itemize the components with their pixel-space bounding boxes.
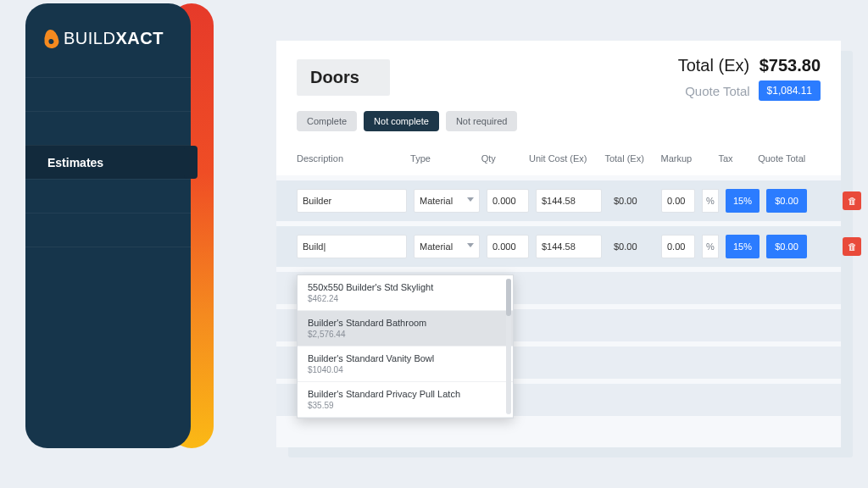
qty-input[interactable]: 0.000 xyxy=(487,189,529,213)
trash-icon: 🗑 xyxy=(848,196,857,206)
markup-input[interactable]: 0.00 xyxy=(661,235,695,258)
total-ex: Total (Ex) $753.80 xyxy=(678,56,821,75)
totals: Total (Ex) $753.80 Quote Total $1,084.11 xyxy=(678,56,821,101)
option-price: $2,576.44 xyxy=(308,330,503,339)
sidebar-item-blank-1[interactable] xyxy=(25,77,191,111)
status-not-required-button[interactable]: Not required xyxy=(446,111,518,131)
table-row: Build| Material 0.000 $144.58 $0.00 0.00… xyxy=(276,226,841,267)
autocomplete-option[interactable]: 550x550 Builder's Std Skylight $462.24 xyxy=(298,275,513,311)
delete-row-button[interactable]: 🗑 xyxy=(843,191,861,210)
delete-row-button[interactable]: 🗑 xyxy=(843,237,861,256)
autocomplete-option[interactable]: Builder's Standard Privacy Pull Latch $3… xyxy=(298,382,513,418)
sidebar-item-blank-2[interactable] xyxy=(25,111,191,145)
markup-input[interactable]: 0.00 xyxy=(661,189,695,213)
unit-cost-input[interactable]: $144.58 xyxy=(536,189,602,213)
col-type: Type xyxy=(410,153,481,164)
status-row: Complete Not complete Not required xyxy=(297,111,821,131)
panel-header: Doors Total (Ex) $753.80 Quote Total $1,… xyxy=(276,41,841,141)
quote-total-badge: $1,084.11 xyxy=(759,80,821,101)
option-price: $1040.04 xyxy=(308,365,503,374)
table-header: Description Type Qty Unit Cost (Ex) Tota… xyxy=(276,141,841,175)
sidebar-item-blank-5[interactable] xyxy=(25,247,191,280)
option-title: 550x550 Builder's Std Skylight xyxy=(308,282,503,292)
col-tax: Tax xyxy=(719,153,759,164)
sidebar-item-blank-3[interactable] xyxy=(25,179,191,213)
sidebar-item-estimates[interactable]: Estimates xyxy=(25,145,191,179)
trash-icon: 🗑 xyxy=(848,241,857,252)
status-complete-button[interactable]: Complete xyxy=(297,111,357,131)
chevron-down-icon xyxy=(467,243,474,247)
col-total-ex: Total (Ex) xyxy=(604,153,660,164)
sidebar-item-blank-4[interactable] xyxy=(25,213,191,247)
row-quote-total: $0.00 xyxy=(766,235,807,258)
markup-percent[interactable]: % xyxy=(702,189,719,213)
total-ex-label: Total (Ex) xyxy=(678,56,749,75)
col-description: Description xyxy=(297,153,410,164)
autocomplete-option[interactable]: Builder's Standard Vanity Bowl $1040.04 xyxy=(298,347,513,382)
chevron-down-icon xyxy=(467,197,474,202)
category-name[interactable]: Doors xyxy=(297,59,390,96)
col-qty: Qty xyxy=(481,153,529,164)
brand-logo: BUILDXACT xyxy=(25,3,191,69)
quote-total-label: Quote Total xyxy=(685,84,749,98)
status-not-complete-button[interactable]: Not complete xyxy=(364,111,439,131)
option-title: Builder's Standard Privacy Pull Latch xyxy=(308,389,503,399)
unit-cost-input[interactable]: $144.58 xyxy=(536,235,602,258)
sidebar: BUILDXACT Estimates xyxy=(25,3,191,448)
tax-button[interactable]: 15% xyxy=(726,189,760,213)
qty-input[interactable]: 0.000 xyxy=(487,235,529,258)
option-price: $462.24 xyxy=(308,294,503,303)
brand-part1: BUILD xyxy=(64,29,115,47)
tax-button[interactable]: 15% xyxy=(726,235,760,258)
row-quote-total: $0.00 xyxy=(766,189,807,213)
total-ex-value: $753.80 xyxy=(760,56,821,75)
row-total-ex: $0.00 xyxy=(609,235,654,258)
description-input[interactable]: Builder xyxy=(297,189,407,213)
option-title: Builder's Standard Vanity Bowl xyxy=(308,353,503,363)
row-total-ex: $0.00 xyxy=(609,189,654,213)
table-row: Builder Material 0.000 $144.58 $0.00 0.0… xyxy=(276,180,841,221)
col-unit-cost: Unit Cost (Ex) xyxy=(529,153,604,164)
autocomplete-dropdown: 550x550 Builder's Std Skylight $462.24 B… xyxy=(297,274,514,419)
sidebar-nav: Estimates xyxy=(25,77,191,280)
col-markup: Markup xyxy=(660,153,718,164)
option-price: $35.59 xyxy=(308,401,503,410)
col-quote-total: Quote Total xyxy=(758,153,821,164)
type-select[interactable]: Material xyxy=(414,235,480,258)
flame-icon xyxy=(43,28,60,48)
description-input[interactable]: Build| xyxy=(297,235,407,258)
type-select[interactable]: Material xyxy=(414,189,480,213)
option-title: Builder's Standard Bathroom xyxy=(308,318,503,328)
brand-part2: XACT xyxy=(115,29,163,47)
scrollbar-thumb[interactable] xyxy=(506,279,511,316)
markup-percent[interactable]: % xyxy=(702,235,719,258)
autocomplete-option[interactable]: Builder's Standard Bathroom $2,576.44 xyxy=(298,311,513,347)
